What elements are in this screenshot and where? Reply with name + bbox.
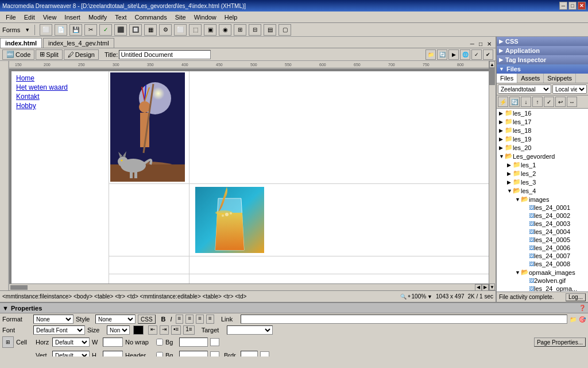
tag-inspector-header[interactable]: ▶ Tag Inspector — [497, 55, 588, 64]
tree-item-images[interactable]: ▼ 📂 images — [497, 195, 588, 204]
align-center-btn[interactable]: ≡ — [185, 315, 194, 324]
tree-item-les2[interactable]: ▶ 📁 les_2 — [497, 169, 588, 178]
toolbar-btn-13[interactable]: ⊞ — [234, 24, 246, 36]
code-view-btn[interactable]: 🔤 Code — [2, 49, 34, 60]
width-input[interactable] — [103, 338, 123, 347]
tree-item-2wolven[interactable]: 🖼 2wolven.gif — [497, 277, 588, 285]
forms-dropdown-arrow[interactable]: ▼ — [25, 27, 30, 33]
nowrap-checkbox[interactable] — [156, 339, 163, 346]
toolbar-btn-6[interactable]: 🔲 — [129, 24, 142, 36]
italic-btn[interactable]: I — [169, 316, 173, 323]
file-put-btn[interactable]: ↑ — [532, 97, 543, 107]
split-view-btn[interactable]: ⊞ Split — [36, 49, 62, 60]
align-right-btn[interactable]: ≡ — [196, 315, 204, 324]
maximize-button[interactable]: □ — [568, 2, 577, 10]
toolbar-btn-10[interactable]: ⬚ — [189, 24, 202, 36]
menu-window[interactable]: Window — [191, 13, 220, 22]
tree-item-opmaak[interactable]: ▼ 📂 opmaak_images — [497, 268, 588, 277]
globe-btn[interactable]: 🌐 — [460, 49, 470, 60]
toolbar-btn-15[interactable]: ▤ — [264, 24, 276, 36]
tree-item-les18[interactable]: ▶ 📁 les_18 — [497, 126, 588, 135]
files-tab[interactable]: Files — [497, 74, 517, 83]
tab-close-btn[interactable]: ✕ — [485, 40, 493, 48]
menu-edit[interactable]: Edit — [21, 13, 38, 22]
content-cell-9[interactable] — [109, 274, 189, 283]
bg2-input[interactable] — [179, 351, 208, 356]
tree-item-les3[interactable]: ▶ 📁 les_3 — [497, 178, 588, 186]
toolbar-btn-14[interactable]: ⊟ — [249, 24, 261, 36]
properties-header[interactable]: ▼ Properties ❓ — [0, 303, 588, 313]
menu-commands[interactable]: Commands — [131, 13, 170, 22]
indent-right-btn[interactable]: ⇥ — [160, 325, 169, 335]
horz-select[interactable]: Default — [52, 338, 90, 347]
validate-btn[interactable]: ✓ — [471, 49, 482, 60]
file-browse-btn[interactable]: 📁 — [425, 49, 436, 60]
indent-left-btn[interactable]: ⇤ — [148, 325, 157, 335]
nav-hobby[interactable]: Hobby — [14, 101, 106, 110]
tab-index-html[interactable]: index.html — [0, 38, 42, 48]
assets-tab[interactable]: Assets — [517, 74, 544, 83]
content-cell-7[interactable] — [189, 256, 489, 274]
file-get-btn[interactable]: ↓ — [521, 97, 531, 107]
content-cell-4[interactable] — [109, 184, 189, 256]
header-checkbox[interactable] — [156, 352, 163, 356]
toolbar-btn-1[interactable]: ⬜ — [40, 24, 52, 36]
menu-insert[interactable]: Insert — [61, 13, 84, 22]
nav-het-weten[interactable]: Het weten waard — [14, 83, 106, 92]
application-section-header[interactable]: ▶ Application — [497, 46, 588, 55]
toolbar-btn-11[interactable]: ▣ — [204, 24, 216, 36]
tree-item-img-0002[interactable]: 🖼 les_24_0002 — [497, 212, 588, 220]
tree-item-les20[interactable]: ▶ 📁 les_20 — [497, 143, 588, 152]
tab-max-btn[interactable]: □ — [477, 40, 484, 48]
align-left-btn[interactable]: ≡ — [176, 315, 184, 324]
tree-item-les24opma[interactable]: 🖼 les_24_opma... — [497, 285, 588, 292]
vert-select[interactable]: Default — [52, 351, 90, 356]
menu-view[interactable]: View — [40, 13, 60, 22]
file-refresh-btn[interactable]: 🔄 — [509, 97, 520, 107]
tree-item-img-0001[interactable]: 🖼 les_24_0001 — [497, 204, 588, 212]
content-cell-10[interactable] — [189, 274, 489, 283]
file-expand-btn[interactable]: ↔ — [567, 97, 577, 107]
files-section-header[interactable]: ▼ Files — [497, 64, 588, 74]
prop-help-icon[interactable]: ❓ — [579, 305, 586, 311]
validate2-btn[interactable]: ✔ — [483, 49, 493, 60]
tree-item-img-0007[interactable]: 🖼 les_24_0007 — [497, 252, 588, 260]
align-justify-btn[interactable]: ≡ — [206, 315, 214, 324]
tree-item-les4[interactable]: ▼ 📂 les_4 — [497, 186, 588, 195]
tab-index-les-4[interactable]: index_les_4_gev.html — [43, 38, 114, 48]
brdr-input[interactable] — [241, 351, 258, 356]
brdr-color-swatch[interactable] — [260, 351, 269, 356]
design-view-btn[interactable]: 🖊 Design — [64, 49, 99, 60]
menu-text[interactable]: Text — [111, 13, 130, 22]
tree-item-les16[interactable]: ▶ 📁 les_16 — [497, 109, 588, 117]
css-button[interactable]: CSS — [138, 315, 156, 324]
font-select[interactable]: Default Font — [33, 325, 85, 335]
document-title-input[interactable] — [119, 50, 211, 59]
horizontal-scrollbar[interactable]: ◀ ▶ — [9, 283, 489, 290]
tree-item-img-0005[interactable]: 🖼 les_24_0005 — [497, 236, 588, 244]
menu-help[interactable]: Help — [221, 13, 241, 22]
toolbar-btn-check[interactable]: ✓ — [99, 24, 112, 36]
toolbar-btn-3[interactable]: 💾 — [69, 24, 82, 36]
toolbar-btn-16[interactable]: ▢ — [278, 24, 291, 36]
tree-item-les19[interactable]: ▶ 📁 les_19 — [497, 135, 588, 143]
text-color-swatch[interactable] — [133, 325, 144, 335]
menu-modify[interactable]: Modify — [85, 13, 110, 22]
tree-item-img-0003[interactable]: 🖼 les_24_0003 — [497, 220, 588, 228]
tree-item-les-gevorderd[interactable]: ▼ 📂 Les_gevorderd — [497, 152, 588, 160]
zoom-dropdown[interactable]: ▼ — [427, 294, 432, 300]
file-checkin-btn[interactable]: ↩ — [555, 97, 566, 107]
canvas-wrapper[interactable]: Home Het weten waard Kontakt Hobby — [9, 69, 489, 283]
vertical-scrollbar[interactable]: ▲ ▼ — [489, 61, 496, 290]
toolbar-btn-7[interactable]: ▦ — [144, 24, 157, 36]
status-icon-2[interactable]: ⌖ — [408, 293, 411, 300]
file-connect-btn[interactable]: ⚡ — [498, 97, 508, 107]
size-select[interactable]: None — [107, 325, 130, 335]
toolbar-btn-9[interactable]: ⬜ — [174, 24, 187, 36]
list-ordered-btn[interactable]: 1≡ — [183, 325, 194, 335]
link-target-icon[interactable]: 🎯 — [579, 316, 586, 323]
toolbar-btn-5[interactable]: ⬛ — [114, 24, 127, 36]
tree-item-img-0004[interactable]: 🖼 les_24_0004 — [497, 228, 588, 236]
tree-item-les1[interactable]: ▶ 📁 les_1 — [497, 160, 588, 169]
bg2-color-swatch[interactable] — [210, 351, 219, 356]
